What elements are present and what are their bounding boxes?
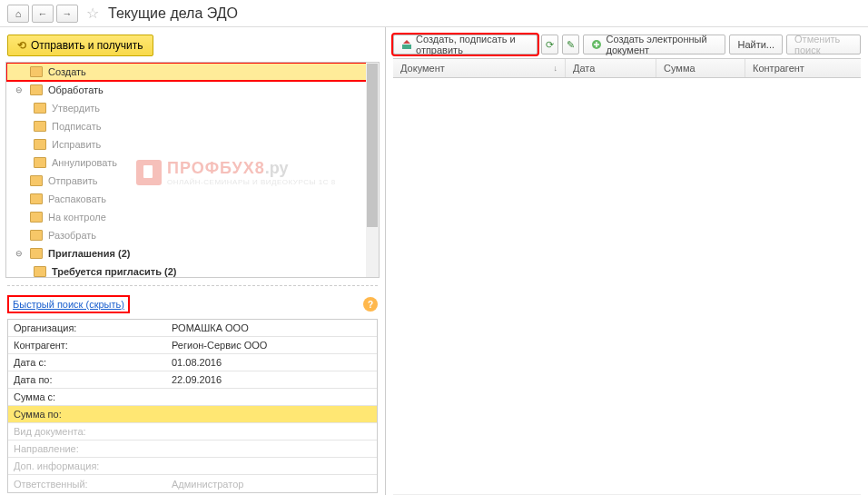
tree-label: Разобрать (48, 230, 96, 241)
pencil-icon: ✎ (567, 39, 575, 51)
folder-icon (34, 157, 46, 168)
column-sum[interactable]: Сумма (656, 59, 745, 77)
tree-item-create[interactable]: Создать (6, 63, 379, 81)
home-button[interactable]: ⌂ (7, 5, 29, 23)
field-addinfo[interactable]: Доп. информация: (8, 458, 377, 475)
favorite-icon[interactable]: ☆ (86, 5, 99, 22)
button-label: Отменить поиск (794, 34, 853, 55)
find-button[interactable]: Найти... (729, 35, 783, 54)
button-label: Создать, подписать и отправить (416, 34, 529, 55)
field-value: Администратор (172, 479, 377, 490)
folder-icon (30, 193, 43, 204)
folder-icon (30, 248, 43, 259)
field-direction[interactable]: Направление: (8, 441, 377, 458)
folder-icon (34, 139, 46, 150)
field-label: Организация: (8, 322, 172, 333)
field-label: Ответственный: (8, 479, 172, 490)
title-bar: ⌂ ← → ☆ Текущие дела ЭДО (0, 0, 868, 27)
refresh-button[interactable]: ⟳ (541, 35, 558, 54)
collapse-icon[interactable]: ⊖ (14, 85, 25, 94)
field-value: Регион-Сервис ООО (172, 340, 377, 351)
create-sign-send-button[interactable]: Создать, подписать и отправить (393, 35, 538, 54)
tree-label: Приглашения (2) (48, 248, 130, 259)
tree-item-approve[interactable]: Утвердить (6, 99, 379, 117)
field-label: Сумма с: (8, 391, 172, 402)
tree-item-invitations[interactable]: ⊖ Приглашения (2) (6, 244, 379, 262)
cancel-search-button[interactable]: Отменить поиск (786, 35, 861, 54)
field-responsible[interactable]: Ответственный: Администратор (8, 475, 377, 492)
table-header: Документ ↓ Дата Сумма Контрагент (393, 58, 861, 78)
tree-item-process[interactable]: ⊖ Обработать (6, 81, 379, 99)
tree-item-send[interactable]: Отправить (6, 172, 379, 190)
button-label: Создать электронный документ (606, 34, 717, 55)
send-receive-button[interactable]: ⟲ Отправить и получить (7, 35, 153, 56)
refresh-icon: ⟳ (546, 39, 554, 51)
tree-item-control[interactable]: На контроле (6, 208, 379, 226)
tree-label: Распаковать (48, 193, 106, 204)
tree-label: Исправить (52, 139, 101, 150)
folder-icon (30, 175, 43, 186)
column-document[interactable]: Документ ↓ (393, 59, 566, 77)
folder-icon (30, 230, 43, 241)
field-sum-to[interactable]: Сумма по: (8, 406, 377, 423)
filter-fields: Организация: РОМАШКА ООО Контрагент: Рег… (7, 319, 378, 493)
separator (7, 285, 378, 286)
forward-button[interactable]: → (56, 5, 78, 23)
tree-label: Требуется пригласить (2) (52, 266, 177, 277)
collapse-icon[interactable]: ⊖ (14, 249, 25, 258)
tree-label: Подписать (52, 121, 101, 132)
tree-item-sign[interactable]: Подписать (6, 117, 379, 135)
folder-icon (30, 84, 43, 95)
field-label: Дата с: (8, 357, 172, 368)
help-icon[interactable]: ? (363, 297, 378, 312)
column-contragent[interactable]: Контрагент (745, 59, 861, 77)
send-receive-label: Отправить и получить (31, 39, 143, 52)
edit-button[interactable]: ✎ (562, 35, 579, 54)
field-date-to[interactable]: Дата по: 22.09.2016 (8, 371, 377, 389)
create-edoc-button[interactable]: Создать электронный документ (583, 35, 725, 54)
sort-desc-icon: ↓ (554, 64, 558, 73)
folder-icon (30, 212, 43, 223)
column-label: Сумма (664, 63, 695, 74)
tree-label: Аннулировать (52, 157, 117, 168)
folder-icon (34, 121, 46, 132)
folder-icon (30, 66, 43, 77)
folder-icon (34, 103, 46, 114)
button-label: Найти... (737, 39, 774, 50)
tree-item-unpack[interactable]: Распаковать (6, 190, 379, 208)
tree-item-cancel[interactable]: Аннулировать (6, 153, 379, 172)
sync-icon: ⟲ (17, 39, 26, 52)
field-doctype[interactable]: Вид документа: (8, 423, 377, 441)
right-toolbar: Создать, подписать и отправить ⟳ ✎ Созда… (386, 27, 868, 58)
back-button[interactable]: ← (32, 5, 54, 23)
tree-label: Утвердить (52, 103, 100, 114)
folder-icon (34, 266, 46, 277)
svg-rect-0 (402, 45, 411, 49)
field-label: Дата по: (8, 374, 172, 385)
field-value: РОМАШКА ООО (172, 322, 377, 333)
field-label: Контрагент: (8, 340, 172, 351)
field-value: 01.08.2016 (172, 357, 377, 368)
tree-label: На контроле (48, 212, 106, 223)
tree-item-parse[interactable]: Разобрать (6, 226, 379, 244)
tree-item-need-invite[interactable]: Требуется пригласить (2) (6, 262, 379, 278)
field-sum-from[interactable]: Сумма с: (8, 389, 377, 406)
column-label: Документ (400, 63, 445, 74)
field-value: 22.09.2016 (172, 374, 377, 385)
tree-scrollbar[interactable] (366, 63, 379, 277)
folder-tree: Создать ⊖ Обработать Утвердить Подписать (5, 62, 380, 278)
quick-search-link[interactable]: Быстрый поиск (скрыть) (7, 295, 130, 313)
column-label: Контрагент (753, 63, 804, 74)
tree-label: Создать (48, 66, 86, 77)
tree-label: Обработать (48, 84, 104, 95)
field-date-from[interactable]: Дата с: 01.08.2016 (8, 354, 377, 371)
field-label: Направление: (8, 443, 172, 454)
tree-label: Отправить (48, 175, 98, 186)
field-contragent[interactable]: Контрагент: Регион-Сервис ООО (8, 337, 377, 354)
tree-item-fix[interactable]: Исправить (6, 135, 379, 153)
field-org[interactable]: Организация: РОМАШКА ООО (8, 320, 377, 337)
column-date[interactable]: Дата (566, 59, 656, 77)
signature-icon (401, 39, 412, 50)
page-title: Текущие дела ЭДО (108, 5, 238, 22)
column-label: Дата (573, 63, 595, 74)
